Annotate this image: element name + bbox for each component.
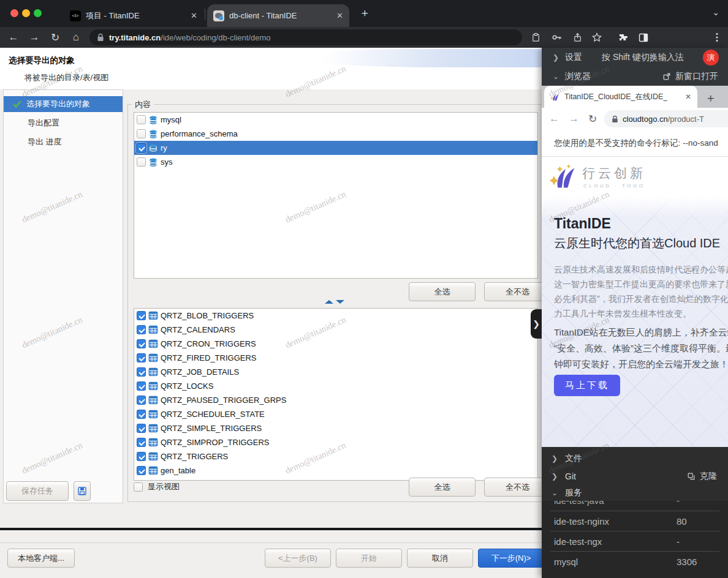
show-views-row[interactable]: 显示视图 bbox=[134, 481, 180, 492]
reload-icon[interactable]: ↻ bbox=[588, 113, 597, 126]
table-row[interactable]: QRTZ_BLOB_TRIGGERS bbox=[134, 309, 537, 323]
tab-close-icon[interactable]: ✕ bbox=[187, 11, 197, 20]
tab-close-icon[interactable]: ✕ bbox=[333, 11, 343, 20]
address-bar[interactable]: try.titanide.cn/ide/web/coding/db-client… bbox=[89, 29, 522, 45]
git-clone-button[interactable]: 克隆 bbox=[687, 471, 717, 482]
panel-collapse-handle[interactable]: ❯ bbox=[531, 309, 542, 339]
demo-badge[interactable]: 演 bbox=[703, 50, 719, 66]
row-checkbox[interactable] bbox=[137, 157, 146, 167]
service-row[interactable]: mysql3306 bbox=[542, 552, 728, 571]
settings-label: 设置 bbox=[565, 52, 582, 63]
table-row[interactable]: QRTZ_JOB_DETAILS bbox=[134, 365, 537, 379]
download-button[interactable]: 马上下载 bbox=[554, 375, 620, 396]
row-checkbox[interactable] bbox=[137, 424, 146, 433]
local-client-button[interactable]: 本地客户端... bbox=[7, 549, 75, 568]
table-row[interactable]: QRTZ_TRIGGERS bbox=[134, 449, 537, 464]
wizard-step-active[interactable]: 选择要导出的对象 bbox=[4, 96, 123, 112]
select-none-button-top[interactable]: 全不选 bbox=[484, 282, 551, 301]
window-close-button[interactable] bbox=[10, 9, 18, 17]
side-panel-icon[interactable] bbox=[635, 29, 652, 46]
table-row[interactable]: QRTZ_SIMPROP_TRIGGERS bbox=[134, 435, 537, 449]
forward-icon[interactable]: → bbox=[569, 113, 579, 125]
settings-section-row[interactable]: ❯ 设置 按 Shift 键切换输入法 演 bbox=[542, 48, 728, 67]
row-checkbox[interactable] bbox=[137, 353, 146, 362]
new-tab-button[interactable]: ＋ bbox=[705, 90, 716, 106]
bookmark-star-icon[interactable] bbox=[588, 29, 605, 46]
share-icon[interactable] bbox=[569, 29, 586, 46]
table-row[interactable]: QRTZ_PAUSED_TRIGGER_GRPS bbox=[134, 393, 537, 407]
table-row[interactable]: QRTZ_SIMPLE_TRIGGERS bbox=[134, 421, 537, 435]
section-files[interactable]: ❯ 文件 bbox=[542, 449, 728, 467]
cancel-button[interactable]: 取消 bbox=[407, 549, 473, 568]
home-icon[interactable]: ⌂ bbox=[67, 29, 85, 46]
database-row[interactable]: mysql bbox=[134, 113, 537, 127]
open-new-window-button[interactable]: 新窗口打开 bbox=[662, 71, 718, 82]
embedded-address-bar[interactable]: cloudtogo.cn/product-T bbox=[604, 110, 728, 127]
browser-menu-kebab-icon[interactable] bbox=[708, 29, 726, 46]
tab-db-client[interactable]: db-client - TitanIDE ✕ bbox=[207, 4, 349, 27]
row-checkbox[interactable] bbox=[137, 452, 146, 461]
start-button[interactable]: 开始 bbox=[336, 549, 402, 568]
back-step-button[interactable]: <上一步(B) bbox=[265, 549, 331, 568]
embedded-tab[interactable]: TitanIDE_CloudIDE_在线IDE_ ✕ bbox=[544, 86, 697, 108]
back-icon[interactable]: ← bbox=[5, 29, 22, 46]
tab-search-chevron-icon[interactable]: ⌄ bbox=[712, 7, 719, 17]
row-checkbox[interactable] bbox=[137, 129, 146, 138]
wizard-step-item[interactable]: 导出配置 bbox=[4, 115, 123, 131]
table-row[interactable]: QRTZ_CALENDARS bbox=[134, 323, 537, 337]
tab-close-icon[interactable]: ✕ bbox=[685, 92, 691, 101]
splitter-handle[interactable] bbox=[325, 300, 344, 304]
database-row[interactable]: sys bbox=[134, 155, 537, 169]
row-checkbox[interactable] bbox=[137, 410, 146, 419]
service-row[interactable]: ide-test-nginx80 bbox=[542, 511, 728, 531]
tab-project[interactable]: <t> 项目 - TitanIDE ✕ bbox=[64, 4, 203, 27]
table-name: QRTZ_CALENDARS bbox=[161, 325, 235, 334]
database-icon bbox=[148, 157, 158, 167]
step-label: 导出 进度 bbox=[28, 137, 62, 148]
row-checkbox[interactable] bbox=[137, 311, 146, 320]
table-row[interactable]: QRTZ_SCHEDULER_STATE bbox=[134, 407, 537, 421]
database-icon bbox=[148, 129, 158, 139]
git-clone-label: 克隆 bbox=[700, 471, 717, 482]
select-none-button-bottom[interactable]: 全不选 bbox=[484, 478, 551, 497]
row-checkbox[interactable] bbox=[137, 396, 146, 405]
save-task-button[interactable]: 保存任务 bbox=[6, 481, 69, 501]
window-minimize-button[interactable] bbox=[22, 9, 30, 17]
new-tab-button[interactable]: ＋ bbox=[359, 7, 370, 19]
splitter-down-icon bbox=[336, 300, 344, 304]
row-checkbox[interactable] bbox=[137, 115, 146, 124]
section-services[interactable]: ⌄ 服务 bbox=[542, 485, 728, 501]
table-row[interactable]: gen_table bbox=[134, 464, 537, 478]
table-row[interactable]: QRTZ_LOCKS bbox=[134, 379, 537, 393]
show-views-checkbox[interactable] bbox=[134, 482, 143, 492]
service-row[interactable]: ide-test-ngx- bbox=[542, 531, 728, 551]
extensions-puzzle-icon[interactable] bbox=[614, 29, 631, 46]
cloudtogo-favicon bbox=[550, 92, 560, 102]
row-checkbox[interactable] bbox=[137, 466, 146, 475]
database-row[interactable]: performance_schema bbox=[134, 127, 537, 141]
reload-icon[interactable]: ↻ bbox=[47, 29, 64, 46]
back-icon[interactable]: ← bbox=[549, 113, 559, 125]
table-row[interactable]: QRTZ_CRON_TRIGGERS bbox=[134, 337, 537, 351]
tab-title: 项目 - TitanIDE bbox=[86, 10, 140, 21]
reading-list-icon[interactable] bbox=[527, 29, 544, 46]
row-checkbox[interactable] bbox=[137, 143, 146, 152]
section-git[interactable]: ❯ Git 克隆 bbox=[542, 467, 728, 485]
database-row[interactable]: ry bbox=[134, 141, 537, 155]
row-checkbox[interactable] bbox=[137, 381, 146, 391]
table-name: QRTZ_PAUSED_TRIGGER_GRPS bbox=[161, 396, 286, 405]
table-row[interactable]: QRTZ_FIRED_TRIGGERS bbox=[134, 351, 537, 365]
select-all-button-top[interactable]: 全选 bbox=[409, 282, 476, 301]
browser-section-row[interactable]: ⌄ 浏览器 新窗口打开 bbox=[542, 67, 728, 86]
row-checkbox[interactable] bbox=[137, 339, 146, 348]
save-task-icon-button[interactable] bbox=[74, 481, 91, 501]
select-all-button-bottom[interactable]: 全选 bbox=[409, 478, 476, 497]
next-step-button[interactable]: 下一步(N)> bbox=[478, 549, 544, 568]
row-checkbox[interactable] bbox=[137, 325, 146, 334]
forward-icon[interactable]: → bbox=[26, 29, 43, 46]
row-checkbox[interactable] bbox=[137, 367, 146, 377]
window-zoom-button[interactable] bbox=[34, 9, 42, 17]
password-key-icon[interactable] bbox=[548, 29, 565, 46]
wizard-step-item[interactable]: 导出 进度 bbox=[4, 134, 123, 150]
row-checkbox[interactable] bbox=[137, 438, 146, 447]
